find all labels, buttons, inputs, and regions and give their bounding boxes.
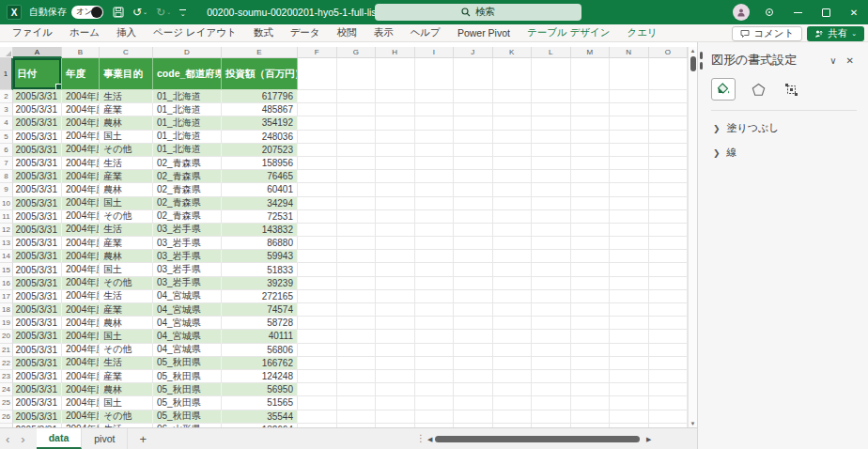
cell[interactable]: 産業 xyxy=(100,170,153,183)
cell[interactable] xyxy=(337,317,377,330)
cell[interactable] xyxy=(493,263,533,276)
cell[interactable] xyxy=(298,183,337,196)
cell[interactable]: 01_北海道 xyxy=(153,131,222,144)
cell[interactable] xyxy=(493,131,533,144)
cell[interactable]: 05_秋田県 xyxy=(153,370,222,383)
row-header[interactable]: 8 xyxy=(0,170,13,183)
cell[interactable]: 2005/3/31 xyxy=(13,317,62,330)
cell[interactable] xyxy=(454,370,493,383)
cell[interactable]: 05_秋田県 xyxy=(153,396,222,410)
cell[interactable] xyxy=(298,170,337,183)
cell[interactable]: 2004年度 xyxy=(62,144,100,157)
cell[interactable] xyxy=(454,210,493,224)
cell[interactable] xyxy=(493,357,533,370)
cell[interactable] xyxy=(649,224,689,237)
cell[interactable] xyxy=(571,144,611,157)
cell[interactable] xyxy=(493,330,533,343)
cell[interactable]: 生活 xyxy=(100,290,153,303)
row-header[interactable]: 13 xyxy=(0,237,13,250)
cell[interactable] xyxy=(610,170,649,183)
cell[interactable] xyxy=(610,263,649,276)
row-header[interactable]: 7 xyxy=(0,157,13,170)
cell[interactable] xyxy=(532,144,571,157)
cell[interactable] xyxy=(298,58,337,90)
cell[interactable]: 03_岩手県 xyxy=(153,237,222,250)
cell[interactable] xyxy=(610,396,649,410)
cell[interactable] xyxy=(298,157,337,170)
cell[interactable] xyxy=(415,210,455,224)
excel-logo-icon[interactable]: X xyxy=(7,5,22,20)
cell[interactable] xyxy=(337,197,377,210)
cell[interactable]: 農林 xyxy=(100,116,153,130)
line-section-header[interactable]: ❯ 線 xyxy=(698,135,868,160)
cell[interactable]: 2005/3/31 xyxy=(13,290,62,303)
column-header[interactable]: I xyxy=(415,47,455,58)
cell[interactable]: 60401 xyxy=(222,183,298,196)
cell[interactable] xyxy=(337,183,377,196)
cell[interactable]: 生活 xyxy=(100,357,153,370)
cell[interactable] xyxy=(610,144,649,157)
cell[interactable] xyxy=(532,131,571,144)
row-header[interactable]: 15 xyxy=(0,263,13,276)
cell[interactable]: 生活 xyxy=(100,157,153,170)
cell[interactable] xyxy=(532,237,571,250)
cell[interactable] xyxy=(571,183,611,196)
cell[interactable]: 51833 xyxy=(222,263,298,276)
undo-button[interactable]: ↺⌄ xyxy=(132,6,147,19)
cell[interactable]: 産業 xyxy=(100,370,153,383)
cell[interactable] xyxy=(454,396,493,410)
row-header[interactable]: 3 xyxy=(0,103,13,116)
cell[interactable] xyxy=(298,263,337,276)
cell[interactable] xyxy=(493,157,533,170)
cell[interactable] xyxy=(337,116,377,130)
cell[interactable]: 03_岩手県 xyxy=(153,224,222,237)
cell[interactable] xyxy=(376,410,415,424)
cell[interactable]: 2005/3/31 xyxy=(13,131,62,144)
cell[interactable] xyxy=(298,344,337,357)
cell[interactable]: 産業 xyxy=(100,237,153,250)
cell[interactable] xyxy=(415,344,455,357)
cell[interactable] xyxy=(376,183,415,196)
ribbon-tab[interactable]: ファイル xyxy=(4,24,61,41)
cell[interactable]: 2004年度 xyxy=(62,396,100,410)
cell[interactable]: 39239 xyxy=(222,277,298,290)
cell[interactable]: 124248 xyxy=(222,370,298,383)
cell[interactable] xyxy=(415,170,455,183)
cell[interactable] xyxy=(532,317,571,330)
cell[interactable] xyxy=(571,357,611,370)
cell[interactable] xyxy=(649,58,689,90)
row-header[interactable]: 12 xyxy=(0,224,13,237)
row-header[interactable]: 22 xyxy=(0,357,13,370)
pane-close-icon[interactable]: ✕ xyxy=(842,55,859,66)
cell[interactable] xyxy=(376,224,415,237)
cell[interactable]: 2004年度 xyxy=(62,103,100,116)
column-header[interactable]: D xyxy=(153,47,222,58)
cell[interactable] xyxy=(376,396,415,410)
cell[interactable]: 207523 xyxy=(222,144,298,157)
cell[interactable]: 2004年度 xyxy=(62,317,100,330)
cell[interactable] xyxy=(376,250,415,263)
cell[interactable] xyxy=(610,237,649,250)
cell[interactable]: 2004年度 xyxy=(62,263,100,276)
cell[interactable] xyxy=(454,383,493,396)
cell[interactable] xyxy=(610,116,649,130)
cell[interactable] xyxy=(298,116,337,130)
account-avatar[interactable] xyxy=(727,0,755,24)
cell[interactable]: 02_青森県 xyxy=(153,197,222,210)
cell[interactable] xyxy=(493,317,533,330)
cell[interactable] xyxy=(415,224,455,237)
cell[interactable] xyxy=(454,116,493,130)
cell[interactable]: 2005/3/31 xyxy=(13,330,62,343)
autosave-toggle[interactable]: オン xyxy=(71,6,103,19)
cell[interactable] xyxy=(610,383,649,396)
cell[interactable]: 56950 xyxy=(222,383,298,396)
cell[interactable] xyxy=(610,210,649,224)
cell[interactable]: 2004年度 xyxy=(62,197,100,210)
cell[interactable]: その他 xyxy=(100,144,153,157)
cell[interactable]: 158956 xyxy=(222,157,298,170)
cell[interactable]: 2004年度 xyxy=(62,157,100,170)
cell[interactable] xyxy=(376,357,415,370)
cell[interactable] xyxy=(571,303,611,317)
cell[interactable] xyxy=(610,157,649,170)
cell[interactable]: 04_宮城県 xyxy=(153,303,222,317)
